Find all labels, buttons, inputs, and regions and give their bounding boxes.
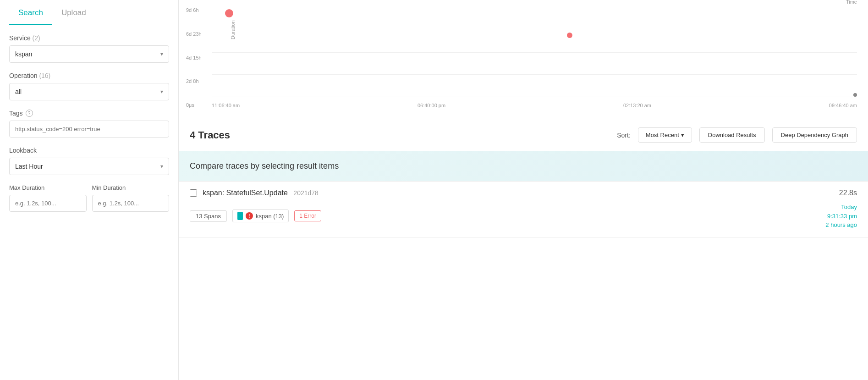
x-label-2: 02:13:20 am: [623, 103, 651, 108]
y-label-1: 2d 8h: [186, 78, 202, 84]
x-label-1: 06:40:00 pm: [418, 103, 445, 108]
trace-time-clock: 9:31:33 pm: [825, 212, 857, 221]
sort-button[interactable]: Most Recent ▾: [638, 127, 692, 143]
trace-time: Today 9:31:33 pm 2 hours ago: [825, 203, 857, 230]
compare-banner: Compare traces by selecting result items: [179, 151, 868, 182]
service-field: Service (2) kspan ▾: [9, 34, 169, 63]
trace-id: 2021d78: [293, 189, 319, 197]
chevron-down-icon: ▾: [681, 132, 684, 138]
duration-row: Max Duration Min Duration: [9, 184, 169, 212]
lookback-select[interactable]: Last Hour: [10, 158, 169, 175]
operation-select[interactable]: all: [10, 83, 169, 100]
chart-plot-area: [212, 7, 857, 97]
tags-field: Tags ?: [9, 110, 169, 138]
operation-label: Operation (16): [9, 72, 169, 79]
lookback-select-wrapper: Last Hour ▾: [9, 158, 169, 175]
operation-field: Operation (16) all ▾: [9, 72, 169, 100]
trace-item-header: kspan: StatefulSet.Update 2021d78 22.8s: [190, 189, 857, 197]
trace-time-today: Today: [825, 203, 857, 212]
error-badge: 1 Error: [294, 210, 321, 221]
trace-meta: 13 Spans ! kspan (13) 1 Error Today 9:31…: [190, 203, 857, 230]
sidebar-body: Service (2) kspan ▾ Operation (16) all ▾: [0, 25, 178, 221]
chart-y-labels: 0μs 2d 8h 4d 15h 6d 23h 9d 6h: [186, 7, 202, 119]
max-duration-label: Max Duration: [9, 184, 87, 191]
tags-label: Tags ?: [9, 110, 169, 117]
download-results-button[interactable]: Download Results: [699, 127, 765, 143]
service-badge: ! kspan (13): [232, 209, 289, 222]
deep-dependency-graph-button[interactable]: Deep Dependency Graph: [772, 127, 857, 143]
help-icon[interactable]: ?: [26, 110, 33, 117]
error-icon: !: [246, 212, 253, 220]
lookback-label: Lookback: [9, 147, 169, 154]
y-label-4: 9d 6h: [186, 7, 202, 13]
service-color-indicator: [237, 212, 243, 220]
tags-input[interactable]: [9, 121, 169, 138]
y-label-2: 4d 15h: [186, 55, 202, 61]
y-label-0: 0μs: [186, 102, 202, 108]
operation-select-wrapper: all ▾: [9, 83, 169, 100]
service-select-wrapper: kspan ▾: [9, 45, 169, 63]
traces-count: 4 Traces: [190, 129, 610, 141]
trace-title: kspan: StatefulSet.Update 2021d78: [203, 189, 834, 197]
service-select[interactable]: kspan: [10, 46, 169, 62]
x-label-0: 11:06:40 am: [212, 103, 240, 108]
y-label-3: 6d 23h: [186, 31, 202, 37]
chart-area: 0μs 2d 8h 4d 15h 6d 23h 9d 6h Duration: [179, 0, 868, 119]
traces-header: 4 Traces Sort: Most Recent ▾ Download Re…: [179, 119, 868, 151]
trace-duration: 22.8s: [839, 189, 857, 197]
min-duration-input[interactable]: [92, 195, 170, 212]
service-label: Service (2): [9, 34, 169, 42]
time-axis-label: Time: [846, 0, 857, 5]
max-duration-input[interactable]: [9, 195, 87, 212]
trace-dot-1[interactable]: [225, 9, 233, 17]
operation-count: (16): [39, 72, 50, 79]
lookback-field: Lookback Last Hour ▾: [9, 147, 169, 175]
trace-time-ago: 2 hours ago: [825, 220, 857, 230]
min-duration-label: Min Duration: [92, 184, 170, 191]
sidebar-tabs: Search Upload: [0, 0, 178, 25]
chart-inner: Duration 11:06:40 am 06: [212, 7, 857, 108]
tab-upload[interactable]: Upload: [52, 0, 95, 25]
chart-x-labels: 11:06:40 am 06:40:00 pm 02:13:20 am 09:4…: [212, 101, 857, 108]
min-duration-field: Min Duration: [92, 184, 170, 212]
spans-badge[interactable]: 13 Spans: [190, 210, 227, 222]
sidebar: Search Upload Service (2) kspan ▾ Operat…: [0, 0, 179, 380]
tab-search[interactable]: Search: [9, 0, 52, 25]
service-name: kspan (13): [256, 213, 284, 220]
sort-label: Sort:: [617, 132, 631, 139]
trace-dot-time: [853, 93, 857, 97]
service-count: (2): [33, 34, 40, 42]
max-duration-field: Max Duration: [9, 184, 87, 212]
trace-dot-2[interactable]: [567, 33, 572, 38]
main-content: 0μs 2d 8h 4d 15h 6d 23h 9d 6h Duration: [179, 0, 868, 380]
trace-item: kspan: StatefulSet.Update 2021d78 22.8s …: [179, 182, 868, 237]
x-label-3: 09:46:40 am: [829, 103, 857, 108]
trace-checkbox[interactable]: [190, 189, 197, 197]
